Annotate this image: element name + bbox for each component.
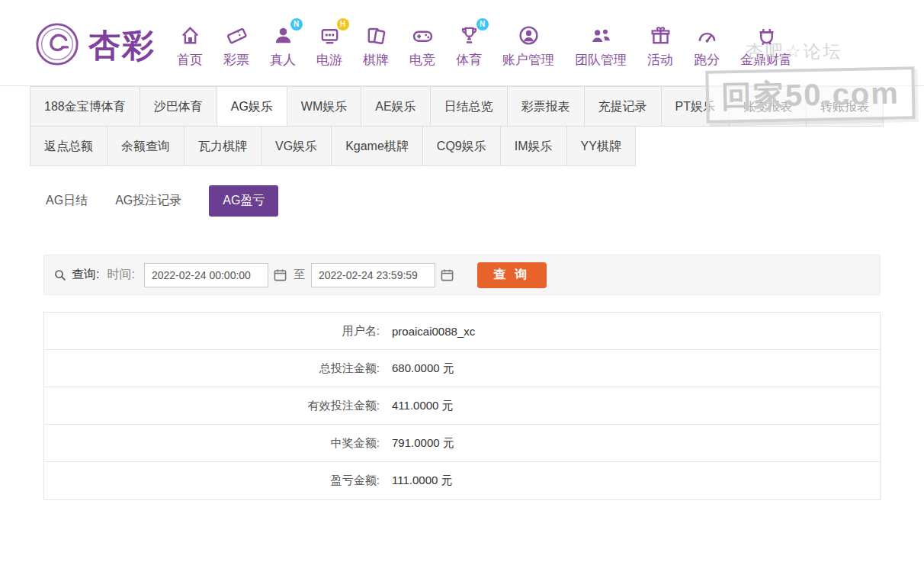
row-total-bet: 总投注金额: 680.0000 元 (44, 350, 880, 387)
tab-zhangbian-baobiao[interactable]: 账变报表 (729, 86, 807, 127)
tab-vg-yule[interactable]: VG娱乐 (261, 126, 332, 166)
nav-item-account-mgmt[interactable]: 账户管理 (502, 24, 554, 69)
row-label: 中奖金额: (44, 436, 380, 451)
report-tabstrip: 188金宝博体育 沙巴体育 AG娱乐 WM娱乐 AE娱乐 日结总览 彩票报表 充… (0, 85, 924, 166)
speedometer-icon (696, 24, 718, 48)
nav-label: 电竞 (409, 51, 435, 69)
row-label: 有效投注金额: (44, 399, 380, 413)
row-label: 盈亏金额: (44, 473, 380, 488)
row-value: 411.0000 元 (380, 399, 454, 413)
row-win-amount: 中奖金额: 791.0000 元 (44, 425, 880, 462)
new-badge: N (476, 18, 489, 30)
calendar-icon[interactable] (440, 268, 454, 282)
time-label: 时间: (107, 267, 134, 283)
nav-item-live[interactable]: N 真人 (270, 24, 296, 69)
home-icon (179, 24, 201, 48)
hot-badge: H (337, 18, 349, 30)
live-person-icon: N (272, 24, 294, 48)
row-value: 111.0000 元 (380, 473, 453, 488)
tab-shaba-tiyu[interactable]: 沙巴体育 (140, 86, 217, 127)
tab-188jinbaobo-tiyu[interactable]: 188金宝博体育 (30, 86, 140, 127)
nav-label: 活动 (647, 51, 673, 69)
gift-icon (650, 24, 672, 48)
subtab-ag-yingkui[interactable]: AG盈亏 (209, 185, 278, 217)
calendar-icon[interactable] (273, 268, 287, 282)
query-bar: 查询: 时间: 至 查 询 (43, 255, 881, 295)
tab-caipiao-baobiao[interactable]: 彩票报表 (507, 86, 585, 127)
tabs-row-1: 188金宝博体育 沙巴体育 AG娱乐 WM娱乐 AE娱乐 日结总览 彩票报表 充… (30, 86, 924, 127)
tab-yy-qipai[interactable]: YY棋牌 (566, 126, 636, 166)
tab-ag-yule[interactable]: AG娱乐 (217, 86, 287, 127)
tab-chongti-jilu[interactable]: 充提记录 (584, 86, 662, 127)
row-label: 用户名: (44, 324, 380, 339)
row-value: proaicai0088_xc (380, 325, 475, 338)
team-icon (590, 24, 612, 48)
subtab-ag-rijie[interactable]: AG日结 (46, 193, 88, 209)
cards-icon (365, 24, 387, 48)
brand-logo[interactable]: 杏彩 (34, 21, 156, 71)
nav-label: 账户管理 (502, 51, 554, 69)
slot-machine-icon: H (319, 24, 341, 48)
result-table: 用户名: proaicai0088_xc 总投注金额: 680.0000 元 有… (43, 312, 881, 500)
row-value: 791.0000 元 (380, 436, 454, 451)
nav-item-paofen[interactable]: 跑分 (694, 24, 720, 69)
ag-subtabs: AG日结 AG投注记录 AG盈亏 (0, 166, 924, 215)
new-badge: N (290, 18, 303, 30)
row-profit-loss: 盈亏金额: 111.0000 元 (44, 462, 880, 499)
query-button[interactable]: 查 询 (477, 262, 547, 288)
row-label: 总投注金额: (44, 361, 380, 376)
nav-label: 电游 (316, 51, 342, 69)
tab-pt-yule[interactable]: PT娱乐 (661, 86, 730, 127)
subtab-ag-touzhu-jilu[interactable]: AG投注记录 (115, 193, 181, 209)
tab-rijie-zonglan[interactable]: 日结总览 (430, 86, 508, 127)
top-nav: 杏彩 首页 彩票 N 真人 H 电游 (0, 0, 924, 85)
tab-ae-yule[interactable]: AE娱乐 (361, 86, 430, 127)
gamepad-icon (412, 24, 434, 48)
tab-wali-qipai[interactable]: 瓦力棋牌 (184, 126, 261, 166)
brand-name: 杏彩 (88, 24, 156, 67)
tab-fandian-zonge[interactable]: 返点总额 (30, 126, 107, 166)
nav-item-sports[interactable]: N 体育 (456, 24, 482, 69)
tab-im-yule[interactable]: IM娱乐 (500, 126, 567, 166)
row-username: 用户名: proaicai0088_xc (44, 313, 880, 350)
nav-item-team-mgmt[interactable]: 团队管理 (575, 24, 627, 69)
start-time-input[interactable] (144, 263, 268, 287)
tab-zhuanzhang-baobiao[interactable]: 转账报表 (806, 86, 884, 127)
search-icon (53, 268, 67, 282)
end-time-input[interactable] (311, 263, 435, 287)
trophy-icon: N (458, 24, 480, 48)
tab-yue-chaxun[interactable]: 余额查询 (107, 126, 184, 166)
nav-label: 首页 (177, 51, 203, 69)
tab-cq9-yule[interactable]: CQ9娱乐 (422, 126, 501, 166)
nav-item-wealth[interactable]: 金鼎财富 (740, 24, 792, 69)
nav-item-esports[interactable]: 电竞 (409, 24, 435, 69)
nav-label: 跑分 (694, 51, 720, 69)
nav-label: 团队管理 (575, 51, 627, 69)
nav-label: 体育 (456, 51, 482, 69)
nav-item-home[interactable]: 首页 (177, 24, 203, 69)
nav-label: 金鼎财富 (740, 51, 792, 69)
nav-label: 棋牌 (363, 51, 389, 69)
cauldron-icon (756, 24, 778, 48)
nav-label: 彩票 (223, 51, 249, 69)
main-nav: 首页 彩票 N 真人 H 电游 棋牌 (177, 24, 792, 69)
nav-item-lottery[interactable]: 彩票 (223, 24, 249, 69)
ticket-icon (226, 24, 248, 48)
nav-item-activity[interactable]: 活动 (647, 24, 673, 69)
account-icon (518, 24, 540, 48)
tab-wm-yule[interactable]: WM娱乐 (287, 86, 361, 127)
tabs-row-2: 返点总额 余额查询 瓦力棋牌 VG娱乐 Kgame棋牌 CQ9娱乐 IM娱乐 Y… (30, 126, 924, 166)
brand-logo-icon (34, 21, 81, 71)
row-valid-bet: 有效投注金额: 411.0000 元 (44, 387, 880, 425)
row-value: 680.0000 元 (380, 361, 454, 376)
nav-item-egames[interactable]: H 电游 (316, 24, 342, 69)
nav-label: 真人 (270, 51, 296, 69)
nav-item-boardgames[interactable]: 棋牌 (363, 24, 389, 69)
query-label: 查询: (72, 267, 99, 283)
tab-kgame-qipai[interactable]: Kgame棋牌 (331, 126, 423, 166)
to-label: 至 (294, 268, 305, 282)
